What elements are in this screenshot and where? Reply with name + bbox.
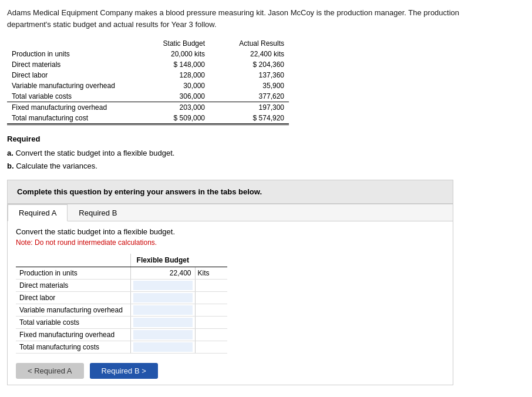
static-budget-header: Static Budget — [130, 38, 210, 49]
intro-paragraph: Adams Medical Equipment Company makes a … — [7, 7, 525, 30]
next-button[interactable]: Required B > — [90, 363, 158, 379]
tab-required-b[interactable]: Required B — [68, 204, 128, 221]
budget-row-label: Direct labor — [7, 70, 130, 80]
budget-actual-value: $ 204,360 — [210, 59, 289, 70]
budget-row-label: Total manufacturing cost — [7, 113, 130, 125]
budget-actual-value: 197,300 — [210, 102, 289, 113]
flexible-input-cell[interactable] — [130, 317, 195, 329]
budget-static-value: 128,000 — [130, 70, 210, 80]
required-section: Required a. Convert the static budget in… — [7, 134, 525, 173]
tabs-container: Required A Required B Convert the static… — [7, 204, 453, 385]
budget-actual-value: 137,360 — [210, 70, 289, 80]
flexible-value-input[interactable] — [133, 293, 193, 302]
flexible-input-cell[interactable] — [130, 341, 195, 354]
tab-a-content: Convert the static budget into a flexibl… — [8, 221, 453, 385]
flexible-input-cell[interactable] — [130, 267, 195, 280]
flexible-budget-col-header: Flexible Budget — [130, 254, 195, 267]
budget-row-label: Variable manufacturing overhead — [7, 80, 130, 91]
required-item-a: a. Convert the static budget into a flex… — [7, 147, 525, 160]
budget-table: Static Budget Actual Results Production … — [7, 38, 289, 125]
flexible-row-label: Production in units — [16, 267, 130, 280]
budget-row-label: Total variable costs — [7, 91, 130, 102]
budget-static-value: $ 509,000 — [130, 113, 210, 125]
budget-actual-value: 22,400 kits — [210, 49, 289, 59]
budget-static-value: 30,000 — [130, 80, 210, 91]
tab-instruction: Convert the static budget into a flexibl… — [16, 227, 445, 236]
budget-static-value: 20,000 kits — [130, 49, 210, 59]
bottom-navigation: < Required A Required B > — [16, 363, 445, 379]
budget-static-value: $ 148,000 — [130, 59, 210, 70]
intro-text-line2: department's static budget and actual re… — [7, 20, 217, 29]
flexible-row-label: Total manufacturing costs — [16, 341, 130, 354]
flexible-row-label: Direct labor — [16, 292, 130, 304]
tab-bar: Required A Required B — [8, 204, 453, 221]
budget-row-label: Fixed manufacturing overhead — [7, 102, 130, 113]
flexible-input-cell[interactable] — [130, 304, 195, 317]
flexible-unit-cell — [195, 329, 227, 341]
flexible-row-label: Variable manufacturing overhead — [16, 304, 130, 317]
flexible-input-cell[interactable] — [130, 280, 195, 292]
flexible-unit-cell — [195, 341, 227, 354]
budget-actual-value: 35,900 — [210, 80, 289, 91]
flexible-value-input[interactable] — [133, 342, 193, 352]
flexible-row-label: Direct materials — [16, 280, 130, 292]
required-title: Required — [7, 134, 525, 143]
budget-static-value: 306,000 — [130, 91, 210, 102]
intro-text-line1: Adams Medical Equipment Company makes a … — [7, 8, 459, 17]
flexible-table-label-header — [16, 254, 130, 267]
flexible-row-label: Fixed manufacturing overhead — [16, 329, 130, 341]
budget-static-value: 203,000 — [130, 102, 210, 113]
flexible-unit-cell — [195, 304, 227, 317]
actual-results-header: Actual Results — [210, 38, 289, 49]
complete-instructions-box: Complete this question by entering your … — [7, 180, 453, 204]
flexible-unit-header — [195, 254, 227, 267]
budget-row-label: Production in units — [7, 49, 130, 59]
flexible-value-input[interactable] — [133, 318, 193, 327]
flexible-budget-table: Flexible Budget Production in unitsKitsD… — [16, 254, 227, 354]
flexible-unit-cell: Kits — [195, 267, 227, 280]
tab-note: Note: Do not round intermediate calculat… — [16, 238, 445, 247]
tab-required-a[interactable]: Required A — [8, 204, 68, 221]
flexible-unit-cell — [195, 280, 227, 292]
flexible-unit-cell — [195, 317, 227, 329]
complete-instructions-text: Complete this question by entering your … — [17, 187, 262, 196]
flexible-input-cell[interactable] — [130, 329, 195, 341]
budget-actual-value: 377,620 — [210, 91, 289, 102]
flexible-value-input[interactable] — [133, 305, 193, 315]
flexible-unit-cell — [195, 292, 227, 304]
budget-row-label: Direct materials — [7, 59, 130, 70]
flexible-value-input[interactable] — [133, 281, 193, 290]
flexible-input-cell[interactable] — [130, 292, 195, 304]
flexible-value-input[interactable] — [133, 268, 193, 278]
prev-button[interactable]: < Required A — [16, 363, 84, 379]
required-item-b: b. Calculate the variances. — [7, 160, 525, 173]
required-items: a. Convert the static budget into a flex… — [7, 147, 525, 173]
budget-actual-value: $ 574,920 — [210, 113, 289, 125]
flexible-row-label: Total variable costs — [16, 317, 130, 329]
flexible-value-input[interactable] — [133, 330, 193, 339]
